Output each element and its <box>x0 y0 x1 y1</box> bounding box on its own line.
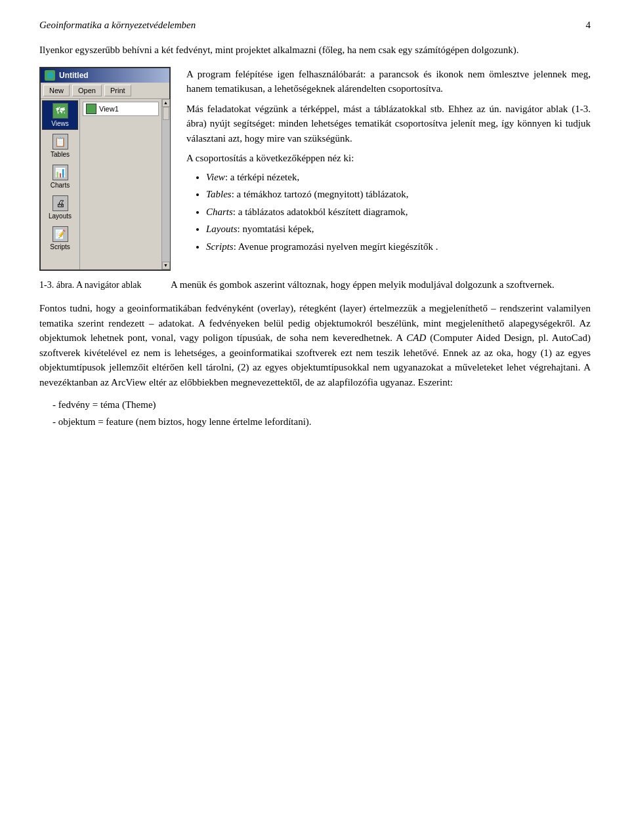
nav-new-button[interactable]: New <box>43 85 70 96</box>
nav-scroll-thumb[interactable] <box>163 107 169 120</box>
nav-main-area: View1 <box>80 99 161 270</box>
nav-titlebar: 🌐 Untitled <box>41 68 169 83</box>
right-text-column: A program felépítése igen felhasználóbar… <box>186 67 591 258</box>
nav-sidebar-views-label: Views <box>51 120 69 127</box>
page-number: 4 <box>586 20 591 31</box>
nav-toolbar: New Open Print <box>41 83 169 99</box>
nav-sidebar-layouts[interactable]: 🖨 Layouts <box>42 193 78 222</box>
nav-sidebar-scripts-label: Scripts <box>50 243 70 250</box>
charts-icon: 📊 <box>52 165 68 180</box>
nav-sidebar-tables[interactable]: 📋 Tables <box>42 131 78 161</box>
intro-paragraph-1: Ilyenkor egyszerűbb behívni a két fedvén… <box>39 43 591 58</box>
nav-view-item[interactable]: View1 <box>83 102 159 116</box>
nav-sidebar-charts-label: Charts <box>51 182 70 189</box>
intro-paragraph-2: A program felépítése igen felhasználóbar… <box>186 67 591 96</box>
fontos-paragraph: Fontos tudni, hogy a geoinformatikában f… <box>39 301 591 390</box>
figure-caption: 1-3. ábra. A navigátor ablak <box>39 277 171 292</box>
nav-scroll-up[interactable]: ▲ <box>162 99 170 107</box>
grouping-intro: A csoportosítás a következőképpen néz ki… <box>186 151 591 166</box>
nav-titlebar-icon: 🌐 <box>45 70 55 81</box>
nav-sidebar-tables-label: Tables <box>51 151 70 158</box>
nav-sidebar-charts[interactable]: 📊 Charts <box>42 162 78 191</box>
bullet-layouts: Layouts: nyomtatási képek, <box>206 222 591 237</box>
nav-view-label: View1 <box>99 105 119 113</box>
nav-scroll-track <box>162 107 170 262</box>
bullet-charts: Charts: a táblázatos adatokból készített… <box>206 205 591 220</box>
bullet-tables: Tables: a témákhoz tartozó (megnyitott) … <box>206 187 591 202</box>
nav-scrollbar[interactable]: ▲ ▼ <box>161 99 169 270</box>
dash-item-2: objektum = feature (nem biztos, hogy len… <box>52 414 591 430</box>
nav-content: 🗺 Views 📋 Tables 📊 Charts 🖨 Layouts 📝 <box>41 99 169 270</box>
two-column-section: 🌐 Untitled New Open Print 🗺 Views 📋 Tabl… <box>39 67 591 271</box>
nav-sidebar-views[interactable]: 🗺 Views <box>42 100 78 130</box>
caption-and-text-row: 1-3. ábra. A navigátor ablak A menük és … <box>39 277 591 292</box>
nav-title: Untitled <box>59 71 89 80</box>
nav-print-button[interactable]: Print <box>104 85 131 96</box>
feature-list: View: a térképi nézetek, Tables: a témák… <box>206 170 591 254</box>
scripts-icon: 📝 <box>52 226 68 242</box>
nav-sidebar-scripts[interactable]: 📝 Scripts <box>42 224 78 253</box>
continuation-text: A menük és gombok aszerint változnak, ho… <box>171 277 591 292</box>
page-header: Geoinformatika a környezetvédelemben 4 <box>39 20 591 31</box>
dash-list: fedvény = téma (Theme) objektum = featur… <box>52 397 591 429</box>
bullet-view: View: a térképi nézetek, <box>206 170 591 185</box>
nav-view-icon <box>86 104 96 114</box>
nav-sidebar: 🗺 Views 📋 Tables 📊 Charts 🖨 Layouts 📝 <box>41 99 80 270</box>
tables-icon: 📋 <box>52 134 68 150</box>
bullet-scripts: Scripts: Avenue programozási nyelven meg… <box>206 239 591 254</box>
layouts-icon: 🖨 <box>52 195 68 211</box>
navigator-window: 🌐 Untitled New Open Print 🗺 Views 📋 Tabl… <box>39 67 171 271</box>
nav-open-button[interactable]: Open <box>72 85 102 96</box>
dash-item-1: fedvény = téma (Theme) <box>52 397 591 412</box>
views-icon: 🗺 <box>52 103 68 119</box>
nav-sidebar-layouts-label: Layouts <box>49 212 72 220</box>
intro-paragraph-3: Más feladatokat végzünk a térképpel, más… <box>186 102 591 146</box>
header-title: Geoinformatika a környezetvédelemben <box>39 20 196 31</box>
nav-scroll-down[interactable]: ▼ <box>162 262 170 270</box>
